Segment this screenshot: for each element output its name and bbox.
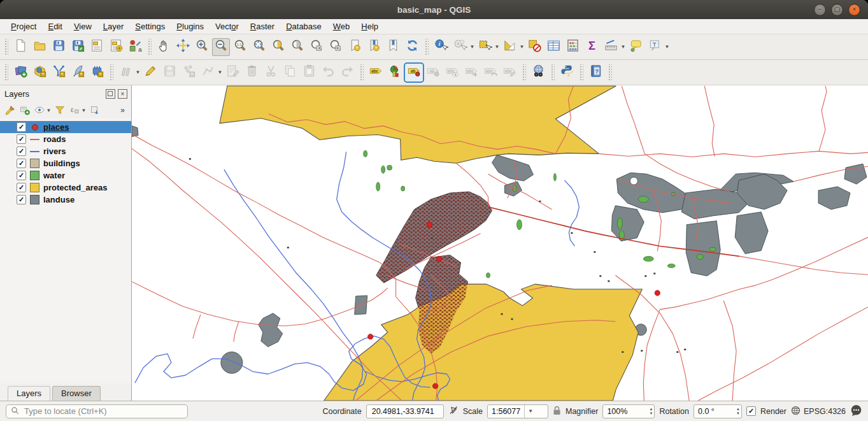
layer-checkbox[interactable]: ✓	[17, 134, 26, 144]
filter-by-expression-icon[interactable]: ε	[68, 104, 81, 117]
text-annotation-button[interactable]: T	[646, 38, 664, 56]
toolbar-grip[interactable]	[550, 64, 555, 81]
field-calculator-button[interactable]	[564, 38, 581, 56]
scale-combo[interactable]: 1:56077 ▼	[487, 404, 548, 418]
vertex-tool-button[interactable]	[199, 64, 217, 82]
panel-overflow-icon[interactable]: »	[120, 106, 129, 115]
modify-attributes-button[interactable]	[224, 64, 241, 82]
open-project-button[interactable]	[31, 38, 48, 56]
panel-close-icon[interactable]: ×	[118, 89, 127, 99]
spinner-arrows-icon[interactable]: ▲▼	[732, 407, 740, 416]
zoom-next-button[interactable]	[327, 38, 345, 56]
show-layout-manager-button[interactable]	[107, 38, 125, 56]
metasearch-button[interactable]	[529, 64, 547, 82]
tab-layers[interactable]: Layers	[8, 386, 50, 401]
map-canvas[interactable]	[132, 85, 868, 401]
map-tips-button[interactable]	[627, 38, 644, 56]
add-point-feature-button[interactable]: *	[180, 64, 197, 82]
maximize-button[interactable]: ▢	[831, 4, 843, 16]
layer-diagram-options-button[interactable]	[386, 64, 404, 82]
zoom-out-button[interactable]	[212, 38, 230, 56]
layer-checkbox[interactable]: ✓	[17, 171, 26, 180]
menu-settings[interactable]: Settings	[129, 20, 171, 32]
menu-layer[interactable]: Layer	[97, 20, 130, 32]
toggle-editing-button[interactable]	[141, 64, 159, 82]
zoom-full-button[interactable]	[250, 38, 268, 56]
add-group-icon[interactable]	[18, 104, 31, 117]
toolbar-grip[interactable]	[424, 39, 429, 55]
select-by-expression-button[interactable]	[501, 38, 518, 56]
statistical-summary-button[interactable]: Σ	[583, 38, 601, 56]
messages-icon[interactable]	[850, 404, 862, 418]
layer-item-rivers[interactable]: ✓rivers	[0, 145, 131, 157]
menu-raster[interactable]: Raster	[245, 20, 280, 32]
menu-web[interactable]: Web	[327, 20, 356, 32]
pin-unpin-labels-button[interactable]: ab	[405, 64, 423, 82]
layer-checkbox[interactable]: ✓	[17, 146, 26, 156]
select-features-dropdown-icon[interactable]: ▼	[494, 44, 500, 50]
rotate-label-button[interactable]: abc	[481, 64, 499, 82]
run-feature-action-dropdown-icon[interactable]: ▼	[469, 44, 475, 50]
vertex-tool-dropdown-icon[interactable]: ▼	[217, 69, 223, 75]
menu-vector[interactable]: Vector	[210, 20, 245, 32]
pan-map-button[interactable]	[155, 38, 173, 56]
menu-database[interactable]: Database	[280, 20, 327, 32]
identify-features-button[interactable]: i	[432, 38, 450, 56]
current-edits-dropdown-icon[interactable]: ▼	[135, 69, 141, 75]
tab-browser[interactable]: Browser	[52, 386, 101, 401]
layer-item-places[interactable]: ✓places	[0, 121, 131, 133]
run-feature-action-button[interactable]	[451, 38, 469, 56]
map-canvas-container[interactable]	[132, 85, 868, 401]
new-spatial-bookmark-button[interactable]: *	[346, 38, 364, 56]
zoom-to-selection-button[interactable]	[269, 38, 287, 56]
show-bookmark-manager-button[interactable]	[384, 38, 402, 56]
coordinate-input[interactable]	[371, 406, 439, 417]
toolbar-grip[interactable]	[608, 64, 612, 81]
manage-map-themes-dropdown-icon[interactable]: ▼	[46, 108, 52, 113]
select-by-expression-dropdown-icon[interactable]: ▼	[519, 44, 525, 50]
new-project-button[interactable]	[11, 38, 29, 56]
toolbar-grip[interactable]	[359, 64, 364, 81]
filter-legend-icon[interactable]	[53, 104, 66, 117]
show-hidden-labels-button[interactable]: abc	[443, 64, 461, 82]
move-label-button[interactable]: abc	[462, 64, 480, 82]
save-project-button[interactable]	[50, 38, 68, 56]
layer-item-roads[interactable]: ✓roads	[0, 133, 131, 145]
rotation-spinbox[interactable]: 0.0 ° ▲▼	[694, 404, 742, 418]
zoom-in-button[interactable]	[193, 38, 211, 56]
toolbar-grip[interactable]	[579, 64, 583, 81]
style-manager-button[interactable]: a	[126, 38, 144, 56]
data-source-manager-button[interactable]	[11, 64, 29, 82]
layer-checkbox[interactable]: ✓	[17, 159, 26, 168]
crs-indicator[interactable]: EPSG:4326	[791, 406, 846, 417]
layer-item-water[interactable]: ✓water	[0, 169, 131, 182]
extents-toggle-icon[interactable]	[448, 405, 459, 417]
toolbar-grip[interactable]	[4, 39, 8, 55]
minimize-button[interactable]: −	[814, 4, 826, 16]
layer-labeling-options-button[interactable]: abc	[367, 64, 385, 82]
layer-item-buildings[interactable]: ✓buildings	[0, 157, 131, 169]
menu-view[interactable]: View	[68, 20, 97, 32]
select-features-button[interactable]	[476, 38, 494, 56]
measure-dropdown-icon[interactable]: ▼	[620, 44, 626, 50]
layer-checkbox[interactable]: ✓	[17, 183, 26, 192]
show-spatial-bookmarks-button[interactable]: *	[365, 38, 383, 56]
save-project-as-button[interactable]	[69, 38, 87, 56]
toolbar-grip[interactable]	[109, 64, 113, 81]
panel-float-icon[interactable]	[106, 89, 115, 99]
layer-checkbox[interactable]: ✓	[17, 195, 26, 204]
menu-project[interactable]: Project	[5, 20, 42, 32]
toolbar-grip[interactable]	[4, 64, 8, 81]
chevron-down-icon[interactable]: ▼	[524, 405, 533, 418]
lock-icon[interactable]	[553, 406, 561, 417]
deselect-features-button[interactable]	[525, 38, 543, 56]
title-bar[interactable]: basic_map - QGIS −▢×	[0, 0, 868, 19]
copy-features-button[interactable]	[281, 64, 299, 82]
new-shapefile-layer-button[interactable]: *	[50, 64, 68, 82]
coordinate-box[interactable]	[366, 404, 444, 418]
paste-features-button[interactable]	[300, 64, 318, 82]
zoom-native-button[interactable]: 1:1	[231, 38, 249, 56]
new-geopackage-layer-button[interactable]: *	[31, 64, 48, 82]
redo-button[interactable]	[338, 64, 356, 82]
layer-checkbox[interactable]: ✓	[17, 122, 26, 132]
